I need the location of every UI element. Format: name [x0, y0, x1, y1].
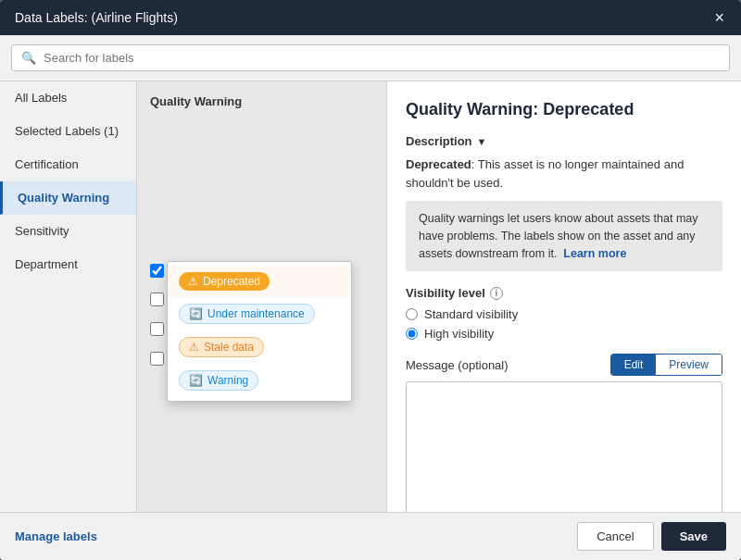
badge-deprecated: ⚠ Deprecated — [179, 272, 270, 291]
badge-warning: 🔄 Warning — [179, 370, 258, 391]
edit-preview-btns: Edit Preview — [610, 354, 722, 376]
description-bold: Deprecated — [406, 157, 471, 171]
dropdown-item-warning[interactable]: 🔄 Warning — [168, 364, 351, 397]
radio-group: Standard visibility High visibility — [406, 307, 722, 341]
search-input[interactable] — [44, 51, 720, 65]
preview-button[interactable]: Preview — [656, 355, 722, 375]
close-button[interactable]: × — [712, 9, 726, 26]
learn-more-link[interactable]: Learn more — [563, 247, 626, 260]
dialog-body: All Labels Selected Labels (1) Certifica… — [0, 81, 741, 512]
search-bar: 🔍 — [0, 35, 741, 81]
search-icon: 🔍 — [21, 51, 36, 65]
label-list: ⚠ Deprecated 🔄 Under maintenance — [150, 261, 373, 368]
warning-icon: 🔄 — [189, 374, 203, 387]
search-wrapper: 🔍 — [11, 44, 730, 71]
stale-checkbox[interactable] — [150, 322, 164, 336]
sidebar-item-sensitivity[interactable]: Sensitivity — [0, 215, 136, 248]
sidebar-item-all-labels[interactable]: All Labels — [0, 81, 136, 115]
info-icon[interactable]: i — [490, 287, 503, 300]
dropdown-item-stale[interactable]: ⚠ Stale data — [168, 330, 351, 364]
radio-standard[interactable]: Standard visibility — [406, 307, 722, 321]
dropdown-popup: ⚠ Deprecated 🔄 Under maintenance — [167, 261, 352, 402]
visibility-section: Visibility level i Standard visibility H… — [406, 286, 722, 341]
badge-stale: ⚠ Stale data — [179, 337, 264, 357]
manage-labels-link[interactable]: Manage labels — [15, 529, 97, 543]
message-section: Message (optional) Edit Preview — [406, 354, 722, 512]
deprecated-icon: ⚠ — [188, 275, 198, 288]
description-section: Description ▼ Deprecated: This asset is … — [406, 134, 722, 271]
message-textarea[interactable] — [406, 381, 722, 512]
quality-warning-box: Quality warnings let users know about as… — [406, 201, 722, 271]
description-toggle[interactable]: Description ▼ — [406, 134, 722, 148]
visibility-title: Visibility level i — [406, 286, 722, 300]
dropdown-item-deprecated[interactable]: ⚠ Deprecated — [168, 266, 351, 297]
edit-button[interactable]: Edit — [611, 355, 657, 375]
stale-icon: ⚠ — [189, 341, 199, 354]
left-panel-title: Quality Warning — [150, 94, 373, 108]
warning-checkbox[interactable] — [150, 352, 164, 366]
badge-maintenance: 🔄 Under maintenance — [179, 304, 315, 324]
sidebar-item-selected-labels[interactable]: Selected Labels (1) — [0, 115, 136, 148]
left-panel: Quality Warning ⚠ Deprecated 🔄 — [137, 81, 387, 512]
description-text: Deprecated: This asset is no longer main… — [406, 156, 722, 192]
titlebar: Data Labels: (Airline Flights) × — [0, 0, 741, 35]
dialog-title: Data Labels: (Airline Flights) — [15, 10, 178, 25]
sidebar-item-department[interactable]: Department — [0, 248, 136, 281]
maintenance-icon: 🔄 — [189, 307, 203, 320]
footer-buttons: Cancel Save — [577, 522, 726, 551]
cancel-button[interactable]: Cancel — [577, 522, 653, 551]
sidebar-item-quality-warning[interactable]: Quality Warning — [0, 181, 136, 215]
dropdown-item-maintenance[interactable]: 🔄 Under maintenance — [168, 297, 351, 330]
maintenance-checkbox[interactable] — [150, 292, 164, 306]
save-button[interactable]: Save — [661, 522, 726, 551]
deprecated-checkbox[interactable] — [150, 264, 164, 278]
radio-standard-input[interactable] — [406, 308, 418, 320]
dialog-footer: Manage labels Cancel Save — [0, 512, 741, 560]
right-panel-title: Quality Warning: Deprecated — [406, 100, 722, 119]
sidebar-item-certification[interactable]: Certification — [0, 148, 136, 181]
message-header: Message (optional) Edit Preview — [406, 354, 722, 376]
radio-high[interactable]: High visibility — [406, 327, 722, 341]
radio-high-input[interactable] — [406, 328, 418, 340]
right-panel: Quality Warning: Deprecated Description … — [387, 81, 741, 512]
dialog: Data Labels: (Airline Flights) × 🔍 All L… — [0, 0, 741, 560]
main-content: Quality Warning ⚠ Deprecated 🔄 — [137, 81, 741, 512]
sidebar: All Labels Selected Labels (1) Certifica… — [0, 81, 137, 512]
message-label: Message (optional) — [406, 358, 509, 372]
chevron-down-icon: ▼ — [477, 136, 487, 147]
